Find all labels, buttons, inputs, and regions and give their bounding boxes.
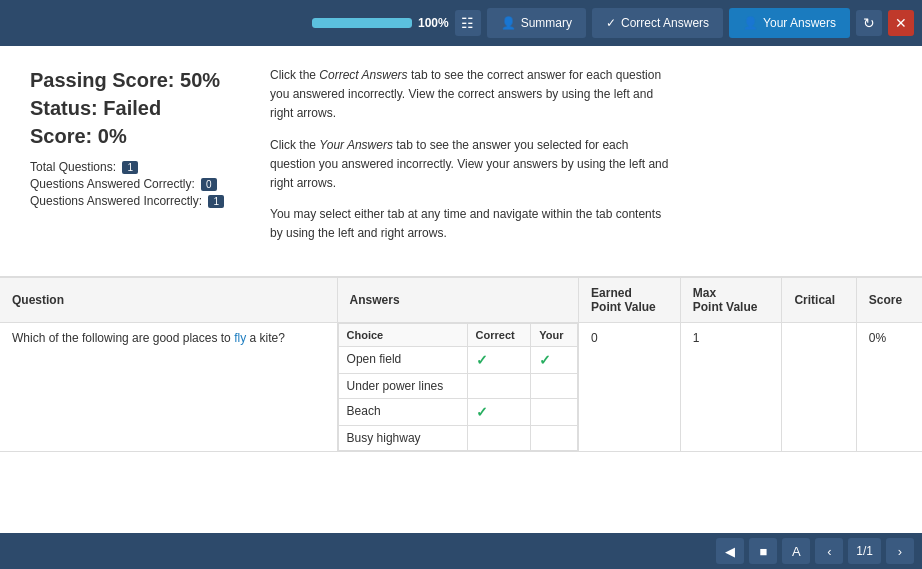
- question-link[interactable]: fly: [234, 331, 246, 345]
- choice-row-3: Beach ✓: [338, 398, 578, 425]
- progress-bar-background: [312, 18, 412, 28]
- inner-header-row: Choice Correct Your: [338, 323, 578, 346]
- info-para3: You may select either tab at any time an…: [270, 205, 670, 243]
- choice-row-4: Busy highway: [338, 425, 578, 450]
- your-col-header: Your: [531, 323, 578, 346]
- summary-person-icon: 👤: [501, 16, 516, 30]
- critical-header: Critical: [782, 277, 856, 322]
- summary-section: Passing Score: 50% Status: Failed Score:…: [0, 46, 922, 277]
- correct-answers-italic: Correct Answers: [319, 68, 407, 82]
- check-icon: ✓: [606, 16, 616, 30]
- total-badge: 1: [122, 161, 138, 174]
- your-checkmark-1: ✓: [539, 352, 551, 368]
- correct-badge: 0: [201, 178, 217, 191]
- answers-cell: Choice Correct Your Open field ✓ ✓: [337, 322, 579, 451]
- refresh-icon: ↻: [863, 15, 875, 31]
- progress-label: 100%: [418, 16, 449, 30]
- progress-container: 100%: [312, 16, 449, 30]
- max-point-value-header: MaxPoint Value: [680, 277, 782, 322]
- close-icon: ✕: [895, 15, 907, 31]
- max-point-value-cell: 1: [680, 322, 782, 451]
- your-check-2: [531, 373, 578, 398]
- choice-row-1: Open field ✓ ✓: [338, 346, 578, 373]
- grid-button[interactable]: ☷: [455, 10, 481, 36]
- answers-header: Answers: [337, 277, 579, 322]
- correct-check-1: ✓: [467, 346, 531, 373]
- summary-tab[interactable]: 👤 Summary: [487, 8, 586, 38]
- choice-header: Choice: [338, 323, 467, 346]
- incorrect-badge: 1: [208, 195, 224, 208]
- earned-point-value-header: EarnedPoint Value: [579, 277, 681, 322]
- notes-button[interactable]: ■: [749, 538, 777, 564]
- results-table: Question Answers EarnedPoint Value MaxPo…: [0, 277, 922, 452]
- table-row: Which of the following are good places t…: [0, 322, 922, 451]
- correct-col-header: Correct: [467, 323, 531, 346]
- question-text: Which of the following are good places t…: [12, 331, 285, 345]
- prev-button[interactable]: ‹: [815, 538, 843, 564]
- choice-row-2: Under power lines: [338, 373, 578, 398]
- score-cell: 0%: [856, 322, 922, 451]
- correct-check-3: ✓: [467, 398, 531, 425]
- refresh-button[interactable]: ↻: [856, 10, 882, 36]
- page-indicator: 1/1: [848, 538, 881, 564]
- score: Score: 0%: [30, 122, 230, 150]
- choice-label-1: Open field: [338, 346, 467, 373]
- earned-point-value-cell: 0: [579, 322, 681, 451]
- correct-count: Questions Answered Correctly: 0: [30, 177, 230, 191]
- choice-label-4: Busy highway: [338, 425, 467, 450]
- your-check-3: [531, 398, 578, 425]
- notes-icon: ■: [759, 544, 767, 559]
- grid-icon: ☷: [461, 15, 474, 31]
- your-check-1: ✓: [531, 346, 578, 373]
- results-table-section: Question Answers EarnedPoint Value MaxPo…: [0, 277, 922, 534]
- stats-block: Total Questions: 1 Questions Answered Co…: [30, 160, 230, 208]
- choice-label-3: Beach: [338, 398, 467, 425]
- total-questions: Total Questions: 1: [30, 160, 230, 174]
- critical-cell: [782, 322, 856, 451]
- incorrect-count: Questions Answered Incorrectly: 1: [30, 194, 230, 208]
- table-header-row: Question Answers EarnedPoint Value MaxPo…: [0, 277, 922, 322]
- info-para1: Click the Correct Answers tab to see the…: [270, 66, 670, 124]
- bookmark-button[interactable]: ◀: [716, 538, 744, 564]
- passing-score: Passing Score: 50%: [30, 66, 230, 94]
- info-para2: Click the Your Answers tab to see the an…: [270, 136, 670, 194]
- close-button[interactable]: ✕: [888, 10, 914, 36]
- text-icon: A: [792, 544, 801, 559]
- score-header: Score: [856, 277, 922, 322]
- text-button[interactable]: A: [782, 538, 810, 564]
- status: Status: Failed: [30, 94, 230, 122]
- correct-checkmark-3: ✓: [476, 404, 488, 420]
- correct-check-2: [467, 373, 531, 398]
- main-content: Passing Score: 50% Status: Failed Score:…: [0, 46, 922, 533]
- next-button[interactable]: ›: [886, 538, 914, 564]
- bottom-bar: ◀ ■ A ‹ 1/1 ›: [0, 533, 922, 569]
- user-icon: 👤: [743, 16, 758, 30]
- your-check-4: [531, 425, 578, 450]
- correct-answers-tab[interactable]: ✓ Correct Answers: [592, 8, 723, 38]
- your-answers-tab[interactable]: 👤 Your Answers: [729, 8, 850, 38]
- choice-label-2: Under power lines: [338, 373, 467, 398]
- score-block: Passing Score: 50% Status: Failed Score:…: [30, 66, 230, 256]
- top-bar: 100% ☷ 👤 Summary ✓ Correct Answers 👤 You…: [0, 0, 922, 46]
- info-block: Click the Correct Answers tab to see the…: [270, 66, 670, 256]
- correct-checkmark-1: ✓: [476, 352, 488, 368]
- prev-icon: ‹: [827, 544, 831, 559]
- progress-bar-fill: [312, 18, 412, 28]
- question-header: Question: [0, 277, 337, 322]
- question-cell: Which of the following are good places t…: [0, 322, 337, 451]
- correct-check-4: [467, 425, 531, 450]
- bookmark-icon: ◀: [725, 544, 735, 559]
- answers-inner-table: Choice Correct Your Open field ✓ ✓: [338, 323, 579, 451]
- next-icon: ›: [898, 544, 902, 559]
- your-answers-italic: Your Answers: [319, 138, 393, 152]
